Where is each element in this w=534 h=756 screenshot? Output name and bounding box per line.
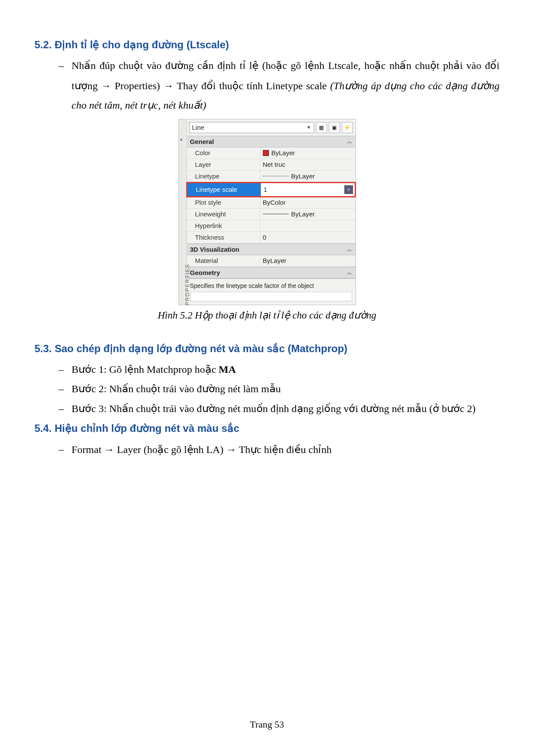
prop-label: Material [187,257,260,264]
arrow-icon: → [163,80,174,91]
heading-5-3: 5.3. Sao chép định dạng lớp đường nét và… [34,343,500,355]
prop-value: Net truc [263,161,286,168]
collapse-icon: ︽ [347,138,352,145]
text: Format [72,444,104,455]
group-3d-visualization[interactable]: 3D Visualization ︽ [187,244,356,255]
prop-linetype[interactable]: Linetype ByLayer [187,171,356,182]
prop-label: Layer [187,161,260,168]
bullet-5-3-2: Bước 2: Nhấn chuột trái vào đường nét là… [59,379,500,399]
group-label: General [190,138,214,145]
figure-5-2: ▴ PROPERTIES Line ▼ ▦ ▣ ⚡ General ︽ [34,119,500,305]
text: Bước 3: Nhấn chuột trái vào đường nét mu… [72,403,476,414]
properties-panel: ▴ PROPERTIES Line ▼ ▦ ▣ ⚡ General ︽ [178,119,356,305]
toggle-pickadd-button[interactable]: ▦ [316,122,327,133]
heading-5-2: 5.2. Định tỉ lệ cho dạng đường (Ltscale) [34,39,500,51]
panel-title: PROPERTIES [184,263,190,306]
color-swatch-icon [263,150,269,156]
figure-caption: Hình 5.2 Hộp thoại định lại tỉ lệ cho cá… [34,309,500,321]
object-type-dropdown[interactable]: Line ▼ [189,122,314,133]
prop-value: 0 [263,234,266,241]
prop-material[interactable]: Material ByLayer [187,255,356,267]
lineweight-preview-icon [263,214,289,214]
collapse-icon: ︽ [347,246,352,253]
prop-label: Plot style [187,199,260,206]
bullet-5-3-3: Bước 3: Nhấn chuột trái vào đường nét mu… [59,399,500,419]
prop-value[interactable]: 1 [264,186,267,193]
prop-value: ByLayer [263,257,287,264]
panel-sidebar: ▴ PROPERTIES [179,119,187,305]
group-general[interactable]: General ︽ [187,136,356,147]
status-input[interactable] [190,292,352,301]
arrow-icon: → [104,444,114,455]
bold-text: MA [219,364,236,375]
prop-value: ByLayer [272,149,295,156]
prop-label: Lineweight [187,210,260,218]
prop-linetype-scale[interactable]: Linetype scale 1 ⌗ [186,182,356,197]
prop-label: Color [187,149,260,156]
prop-layer[interactable]: Layer Net truc [187,159,356,171]
prop-label: Linetype scale [187,183,261,196]
prop-label: Linetype [187,172,260,180]
prop-label: Thickness [187,234,260,241]
prop-value: ByLayer [291,210,315,218]
text: Bước 1: Gõ lệnh Matchprop hoặc [72,364,219,375]
text: Thay đổi thuộc tính Linetype scale [177,80,330,91]
page-number: Trang 53 [0,719,534,730]
text: Bước 2: Nhấn chuột trái vào đường nét là… [72,383,281,394]
arrow-icon: → [226,444,237,455]
select-objects-button[interactable]: ▣ [329,122,340,133]
prop-lineweight[interactable]: Lineweight ByLayer [187,209,356,220]
chevron-down-icon: ▼ [307,125,311,130]
text: Thực hiện điều chỉnh [239,444,331,455]
arrow-icon: → [101,80,111,91]
bullet-5-2-1: Nhấn đúp chuột vào đường cần định tỉ lệ … [59,56,500,116]
prop-hyperlink[interactable]: Hyperlink [187,220,356,232]
status-description: Specifies the linetype scale factor of t… [187,278,356,290]
group-label: Geometry [190,269,220,276]
prop-value: ByLayer [291,172,315,180]
bullet-5-3-1: Bước 1: Gõ lệnh Matchprop hoặc MA [59,360,500,380]
bullet-5-4-1: Format → Layer (hoặc gõ lệnh LA) → Thực … [59,440,500,460]
dropdown-value: Line [192,124,204,131]
linetype-preview-icon [263,176,289,176]
prop-color[interactable]: Color ByLayer [187,147,356,159]
prop-value: ByColor [263,199,286,206]
collapse-icon: ︽ [347,269,352,276]
calculator-button[interactable]: ⌗ [344,185,353,194]
prop-label: Hyperlink [187,222,260,229]
group-label: 3D Visualization [190,246,240,253]
panel-toolbar: Line ▼ ▦ ▣ ⚡ [187,119,356,136]
prop-thickness[interactable]: Thickness 0 [187,232,356,244]
text: Properties) [115,80,163,91]
group-geometry[interactable]: Geometry ︽ [187,267,356,278]
text: Layer (hoặc gõ lệnh LA) [117,444,226,455]
quick-select-button[interactable]: ⚡ [342,122,353,133]
prop-plot-style[interactable]: Plot style ByColor [187,197,356,209]
heading-5-4: 5.4. Hiệu chỉnh lớp đường nét và màu sắc [34,422,500,434]
collapse-icon[interactable]: ▴ [180,137,182,141]
